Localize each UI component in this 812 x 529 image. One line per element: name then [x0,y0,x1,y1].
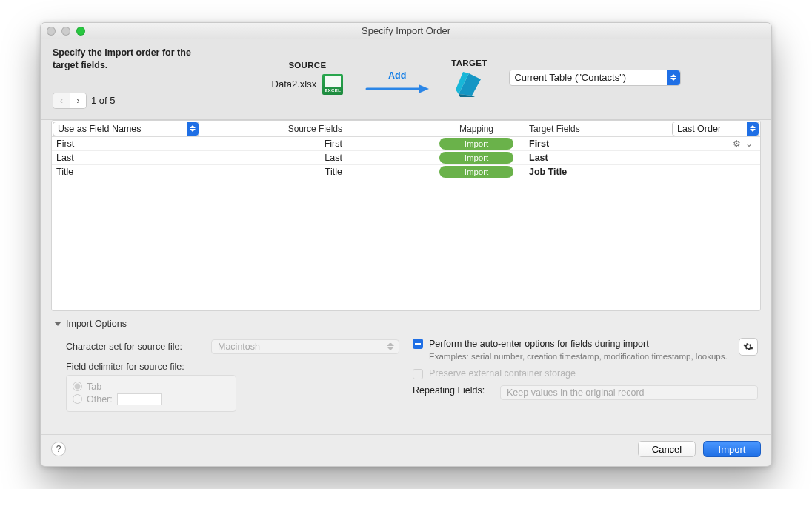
table-row[interactable]: FirstFirstImportFirst⚙⌄ [52,137,760,151]
row-source-field: Last [200,153,347,163]
intro-col: Specify the import order for the target … [53,47,193,109]
preserve-storage-label: Preserve external container storage [429,368,576,379]
disclosure-triangle-icon [54,322,61,326]
row-source-field: Title [200,167,347,177]
arrow-icon [365,82,429,96]
source-heading: SOURCE [288,61,326,70]
mapping-pill[interactable]: Import [439,166,513,178]
titlebar: Specify Import Order [41,23,771,39]
field-names-select[interactable]: Use as Field Names [53,122,199,136]
target-heading: TARGET [451,59,487,67]
col-mapping: Mapping [428,124,525,134]
mapping-pill[interactable]: Import [439,152,513,164]
header: Specify the import order for the target … [41,39,771,120]
row-target-field: First [525,139,671,149]
delimiter-tab-radio: Tab [73,382,230,392]
row-target-field: Last [525,153,671,163]
auto-enter-gear-button[interactable] [739,338,758,356]
source-filename: Data2.xlsx [272,79,317,90]
select-caret-icon [187,122,199,136]
excel-file-icon: EXCEL [322,74,343,95]
options-left: Character set for source file: Macintosh… [54,336,399,412]
pager-prev-button[interactable]: ‹ [53,93,70,108]
import-button[interactable]: Import [703,441,761,457]
import-order-dialog: Specify Import Order Specify the import … [40,22,772,467]
import-options: Import Options Character set for source … [41,311,771,434]
delimiter-label: Field delimiter for source file: [66,362,207,372]
charset-select: Macintosh [211,339,399,354]
help-button[interactable]: ? [51,442,66,456]
add-mapping-action: Add [365,70,429,96]
auto-enter-label: Perform the auto-enter options for field… [429,338,728,350]
mapping-table: Use as Field Names Source Fields Mapping… [51,120,761,311]
source-block: SOURCE Data2.xlsx EXCEL [272,61,344,95]
chevrons-icon [387,343,394,352]
select-caret-icon [667,70,680,85]
options-right: Perform the auto-enter options for field… [413,336,758,412]
gear-icon [743,342,753,352]
select-caret-icon [747,122,759,136]
col-target-fields: Target Fields [525,124,671,134]
options-heading: Import Options [66,319,127,329]
intro-text: Specify the import order for the target … [53,47,193,72]
table-row[interactable]: TitleTitleImportJob Title [52,165,760,179]
target-block: TARGET [451,59,487,97]
auto-enter-sub: Examples: serial number, creation timest… [429,351,728,362]
pager-label: 1 of 5 [91,95,116,106]
mapping-pill[interactable]: Import [439,138,513,150]
add-link[interactable]: Add [388,70,406,81]
footer: ? Cancel Import [41,434,771,466]
col-source-fields: Source Fields [200,124,347,134]
preserve-storage-checkbox [413,369,423,379]
repeating-fields-select: Keep values in the original record [500,385,758,400]
charset-label: Character set for source file: [66,342,207,352]
row-target-field: Job Title [525,167,671,177]
delimiter-other-input [117,393,162,405]
gear-icon[interactable]: ⚙ [733,139,741,149]
delimiter-radio-group: Tab Other: [66,375,236,412]
mapping-rows: FirstFirstImportFirst⚙⌄LastLastImportLas… [52,137,760,179]
filemaker-folder-icon [456,72,482,97]
delimiter-other-radio: Other: [73,393,230,405]
record-pager: ‹ › 1 of 5 [53,93,193,109]
chevron-down-icon[interactable]: ⌄ [745,139,753,149]
row-source-field: First [200,139,347,149]
row-left-label: First [52,139,200,149]
target-table-select[interactable]: Current Table ("Contacts") [509,70,681,86]
target-table-value: Current Table ("Contacts") [514,72,626,83]
source-target-strip: SOURCE Data2.xlsx EXCEL Add TARGET [193,47,759,109]
options-toggle[interactable]: Import Options [54,319,758,329]
table-row[interactable]: LastLastImportLast [52,151,760,165]
pager-next-button[interactable]: › [70,93,86,108]
svg-marker-1 [419,84,429,93]
auto-enter-checkbox[interactable] [413,339,423,349]
mapping-table-head: Use as Field Names Source Fields Mapping… [52,121,760,137]
cancel-button[interactable]: Cancel [638,441,696,457]
repeating-fields-label: Repeating Fields: [413,385,494,396]
window-title: Specify Import Order [41,25,771,36]
order-select[interactable]: Last Order [672,122,759,136]
row-left-label: Last [52,153,200,163]
row-left-label: Title [52,167,200,177]
